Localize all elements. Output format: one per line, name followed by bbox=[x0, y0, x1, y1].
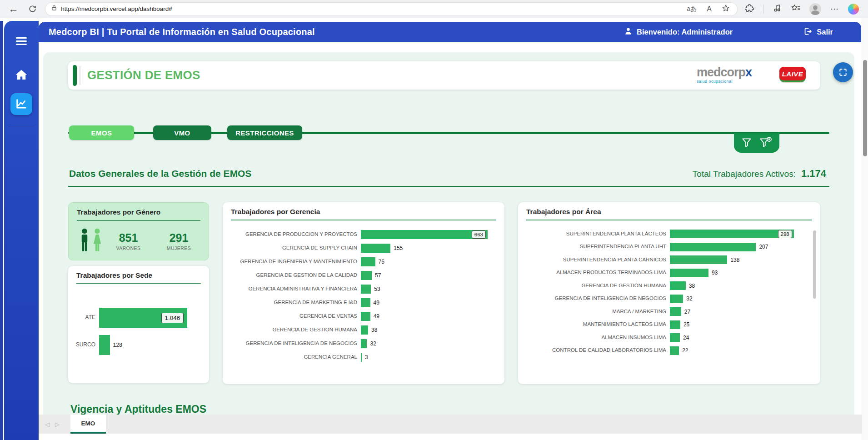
clear-filter-icon[interactable] bbox=[759, 136, 773, 149]
bar-row: ALMACEN PRODUCTOS TERMINADOS LIMA93 bbox=[525, 268, 808, 278]
bar[interactable] bbox=[99, 335, 110, 355]
female-stat: 291 MUJERES bbox=[154, 231, 204, 251]
bar[interactable] bbox=[361, 325, 368, 335]
fullscreen-button[interactable] bbox=[833, 62, 853, 82]
bar-value-badge: 298 bbox=[778, 230, 792, 238]
bar-category-label: GERENCIA DE SUPPLY CHAIN bbox=[230, 245, 361, 251]
bar-row: GERENCIA GENERAL3 bbox=[230, 351, 497, 363]
bar[interactable]: 1.046 bbox=[99, 308, 187, 328]
section-title: Datos Generales de la Gestión de EMOS bbox=[69, 168, 251, 179]
sede-chart-card: Trabajadores por Sede ATE1.046SURCO128 bbox=[68, 266, 209, 383]
section-underline bbox=[68, 186, 829, 187]
bar[interactable] bbox=[670, 307, 681, 316]
sidebar-item-home[interactable] bbox=[15, 69, 28, 83]
bar-track: 38 bbox=[361, 325, 497, 335]
extensions-icon[interactable] bbox=[745, 4, 754, 15]
bar-track: 155 bbox=[361, 244, 497, 253]
tab-restricciones[interactable]: RESTRICCIONES bbox=[227, 125, 302, 140]
bar-track: 22 bbox=[670, 346, 808, 355]
bar-category-label: GERENCIA DE INTELIGENCIA DE NEGOCIOS bbox=[230, 340, 361, 346]
home-icon bbox=[15, 69, 28, 81]
accent-bar bbox=[73, 65, 77, 86]
welcome-text: Bienvenido: Administrador bbox=[637, 28, 733, 36]
tab-emos[interactable]: EMOS bbox=[69, 125, 134, 140]
bar[interactable] bbox=[361, 298, 370, 307]
bar[interactable] bbox=[670, 243, 756, 251]
bar-track: 32 bbox=[361, 339, 497, 348]
address-bar[interactable]: aあ A bbox=[45, 2, 738, 16]
bar[interactable] bbox=[361, 339, 367, 348]
bar-category-label: GERENCIA DE GESTIÓN HUMANA bbox=[525, 283, 670, 289]
bar-value-label: 24 bbox=[683, 335, 689, 341]
logout-button[interactable]: Salir bbox=[803, 27, 833, 38]
bar[interactable] bbox=[361, 244, 390, 253]
bar[interactable] bbox=[361, 285, 371, 294]
bar-value-label: 75 bbox=[379, 259, 384, 265]
bar[interactable] bbox=[670, 346, 679, 355]
report-title: GESTIÓN DE EMOS bbox=[87, 68, 200, 82]
bar[interactable] bbox=[670, 295, 683, 303]
area-chart-scrollbar[interactable] bbox=[813, 230, 816, 299]
bar[interactable] bbox=[361, 312, 370, 321]
bar-category-label: GERENCIA DE INGENIERIA Y MANTENIMIENTO bbox=[230, 259, 361, 265]
bar-value-label: 38 bbox=[371, 327, 377, 333]
bar[interactable] bbox=[670, 281, 686, 290]
bar-track: 49 bbox=[361, 312, 497, 321]
sidebar-divider bbox=[8, 127, 35, 127]
url-input[interactable] bbox=[61, 5, 687, 12]
bar-value-label: 38 bbox=[689, 283, 695, 289]
page-tab-emo[interactable]: EMO bbox=[70, 415, 106, 434]
bar-category-label: GERENCIA DE PRODUCCION Y PROYECTOS bbox=[230, 231, 361, 237]
menu-icon[interactable] bbox=[16, 35, 27, 47]
bar-category-label: ALMACEN INSUMOS LIMA bbox=[525, 335, 670, 340]
bar-row: GERENCIA DE INTELIGENCIA DE NEGOCIOS32 bbox=[525, 294, 808, 304]
bar-track: 207 bbox=[670, 243, 808, 251]
tab-vmo[interactable]: VMO bbox=[153, 125, 211, 140]
bar-value-label: 207 bbox=[759, 244, 768, 250]
back-icon[interactable]: ← bbox=[7, 3, 20, 15]
bar[interactable] bbox=[361, 257, 375, 266]
prev-page-icon[interactable]: ◁ bbox=[42, 421, 52, 428]
bar[interactable] bbox=[361, 271, 372, 280]
bar-row: GERENCIA ADMINISTRATIVA Y FINANCIERA53 bbox=[230, 283, 497, 295]
bar-value-label: 138 bbox=[730, 257, 739, 263]
page-scrollbar-thumb[interactable] bbox=[863, 60, 867, 156]
settings-menu-icon[interactable]: ⋯ bbox=[830, 4, 839, 14]
refresh-icon[interactable] bbox=[26, 5, 39, 13]
sidebar-item-reports[interactable] bbox=[10, 93, 32, 115]
profile-avatar[interactable] bbox=[809, 3, 821, 15]
bar[interactable] bbox=[670, 320, 680, 329]
next-page-icon[interactable]: ▷ bbox=[52, 421, 62, 428]
filter-toolbar bbox=[734, 133, 779, 153]
bar-row: SURCO128 bbox=[75, 335, 202, 355]
bar[interactable] bbox=[670, 333, 680, 342]
bar[interactable] bbox=[670, 269, 708, 277]
collections-icon[interactable] bbox=[791, 4, 800, 15]
screenshot: ← aあ A bbox=[0, 0, 868, 440]
favorite-star-icon[interactable] bbox=[722, 4, 730, 14]
bar-row: ALMACEN INSUMOS LIMA24 bbox=[525, 332, 808, 343]
gerencia-chart-card: Trabajadores por Gerencia GERENCIA DE PR… bbox=[223, 202, 504, 384]
copilot-icon[interactable] bbox=[848, 4, 859, 15]
bar-track: 57 bbox=[361, 271, 497, 280]
bar[interactable]: 663 bbox=[361, 230, 488, 239]
gender-card-body: 851 VARONES 291 MUJERES bbox=[76, 225, 204, 256]
bar-value-label: 57 bbox=[375, 272, 381, 279]
filter-icon[interactable] bbox=[741, 137, 753, 149]
translate-icon[interactable]: aあ bbox=[687, 5, 697, 13]
bar[interactable]: 298 bbox=[670, 230, 794, 238]
bar[interactable] bbox=[361, 353, 362, 362]
area-bar-chart: SUPERINTENDENCIA PLANTA LÁCTEOS298SUPERI… bbox=[525, 229, 808, 358]
read-aloud-icon[interactable]: A bbox=[707, 5, 712, 13]
bar[interactable] bbox=[670, 255, 727, 264]
logout-label: Salir bbox=[817, 28, 833, 36]
gerencia-chart-underline bbox=[231, 220, 496, 220]
laive-logo-text: LAIVE bbox=[782, 70, 803, 78]
sidebar bbox=[4, 21, 39, 440]
female-count: 291 bbox=[154, 231, 204, 245]
bar-category-label: GERENCIA DE VENTAS bbox=[230, 313, 361, 319]
area-chart-card: Trabajadores por Área SUPERINTENDENCIA P… bbox=[518, 202, 820, 384]
bar-value-label: 27 bbox=[684, 309, 690, 315]
media-controls-icon[interactable] bbox=[773, 4, 782, 15]
browser-toolbar: ← aあ A bbox=[0, 0, 868, 18]
